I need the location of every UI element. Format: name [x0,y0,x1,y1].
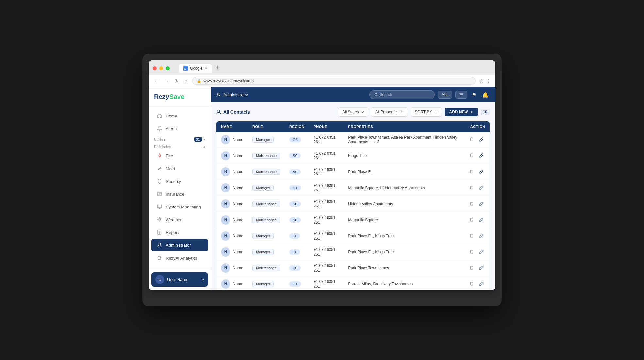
svg-point-1 [159,130,160,131]
url-bar[interactable]: 🔒 www.rezysave.com/welcome [192,77,476,85]
close-dot[interactable] [153,66,157,70]
cell-name-3: N Name [216,180,248,196]
delete-btn-5[interactable] [468,217,475,224]
cell-action-8 [464,260,490,276]
risk-index-chevron[interactable]: ▴ [203,144,205,149]
sidebar-item-mold-label: Mold [166,166,175,171]
cell-action-2 [464,164,490,180]
browser-tab[interactable]: G Google ✕ [179,64,212,73]
sidebar-item-security[interactable]: Security [151,175,208,188]
edit-btn-9[interactable] [478,281,485,288]
cell-action-9 [464,276,490,290]
sidebar-item-reports[interactable]: Reports [151,226,208,239]
risk-index-section: Risk Index ▴ [149,142,211,149]
contact-avatar-9: N [221,279,230,289]
delete-btn-6[interactable] [468,233,475,240]
fire-icon [157,153,162,159]
utilities-badge: 01 [194,137,202,142]
nav-items: Home Alerts Utilities 01 ▾ [149,107,211,269]
menu-icon[interactable]: ⋮ [486,78,491,84]
logo-save: Save [169,93,185,100]
delete-btn-0[interactable] [468,136,475,143]
controls-right: All States All Properties SORT BY [338,107,490,117]
reports-icon [157,229,162,235]
tab-close-btn[interactable]: ✕ [205,66,207,70]
filter-all-btn[interactable]: ALL [438,91,452,99]
delete-btn-4[interactable] [468,201,475,207]
cell-region-5: SC [285,212,309,228]
states-dropdown[interactable]: All States [338,107,368,117]
svg-point-7 [159,218,161,220]
cell-properties-3: Magnolia Square, Hidden Valley Apartment… [344,180,464,196]
insurance-icon [157,191,162,197]
col-role: ROLE [248,121,285,132]
contact-avatar-2: N [221,167,230,176]
refresh-button[interactable]: ↻ [174,78,180,84]
sidebar-item-insurance[interactable]: Insurance [151,188,208,200]
sidebar-item-alerts[interactable]: Alerts [151,122,208,135]
col-phone: PHONE [309,121,344,132]
sidebar-item-system-monitoring[interactable]: System Monitoring [151,201,208,213]
edit-btn-2[interactable] [478,169,485,175]
notifications-icon[interactable]: 🔔 [481,90,490,99]
cell-role-6: Manager [248,228,285,244]
cell-role-2: Maintenance [248,164,285,180]
sidebar-item-rezyai[interactable]: RezyAI Analytics [151,252,208,264]
edit-btn-5[interactable] [478,217,485,224]
delete-btn-3[interactable] [468,185,475,191]
sidebar: RezySave Home Alerts [149,87,211,290]
alerts-icon [157,126,162,132]
table-row: N Name Manager GA +1 672 6351 261 Forres… [216,276,490,290]
cell-properties-0: Park Place Townhomes, Azalea Park Apartm… [344,132,464,148]
sidebar-item-weather[interactable]: Weather [151,213,208,226]
contact-avatar-4: N [221,199,230,208]
star-icon[interactable]: ☆ [479,78,483,84]
sidebar-item-home[interactable]: Home [151,110,208,122]
edit-btn-8[interactable] [478,265,485,272]
user-area[interactable]: U User Name ▾ [151,272,208,287]
edit-btn-0[interactable] [478,136,485,143]
sidebar-item-rezyai-label: RezyAI Analytics [166,256,197,261]
delete-btn-1[interactable] [468,153,475,159]
table-row: N Name Maintenance SC +1 672 6351 261 Hi… [216,196,490,212]
cell-action-4 [464,196,490,212]
properties-dropdown[interactable]: All Properties [371,107,408,117]
contacts-table: NAME ROLE REGION PHONE PROPERTIES ACTION [216,121,490,290]
delete-btn-8[interactable] [468,265,475,272]
new-tab-button[interactable]: + [213,63,222,73]
add-new-button[interactable]: ADD NEW [445,108,478,116]
svg-point-11 [159,257,159,258]
lock-icon: 🔒 [197,79,201,83]
delete-btn-9[interactable] [468,281,475,288]
forward-button[interactable]: → [163,78,170,84]
contact-avatar-7: N [221,247,230,257]
cell-role-3: Manager [248,180,285,196]
sidebar-item-administrator-label: Administrator [166,243,191,248]
cell-role-8: Maintenance [248,260,285,276]
sidebar-item-administrator[interactable]: Administrator [151,239,208,251]
search-box[interactable] [369,90,435,99]
sidebar-item-home-label: Home [166,114,177,118]
filter-options-btn[interactable] [455,91,467,99]
page-title: All Contacts [216,109,250,115]
edit-btn-4[interactable] [478,201,485,207]
sort-by-btn[interactable]: SORT BY [411,107,442,117]
edit-btn-3[interactable] [478,185,485,191]
maximize-dot[interactable] [166,66,170,70]
cell-name-5: N Name [216,212,248,228]
search-input[interactable] [380,92,430,97]
back-button[interactable]: ← [153,78,160,84]
sidebar-item-fire[interactable]: Fire [151,150,208,162]
edit-btn-7[interactable] [478,249,485,256]
delete-btn-2[interactable] [468,169,475,175]
cell-name-7: N Name [216,244,248,260]
edit-btn-6[interactable] [478,233,485,240]
svg-point-2 [158,168,160,170]
home-browser-button[interactable]: ⌂ [183,78,189,84]
sidebar-item-mold[interactable]: Mold [151,162,208,175]
delete-btn-7[interactable] [468,249,475,256]
minimize-dot[interactable] [159,66,163,70]
edit-btn-1[interactable] [478,153,485,159]
utilities-chevron[interactable]: ▾ [203,137,205,142]
flag-icon[interactable]: ⚑ [470,90,478,99]
